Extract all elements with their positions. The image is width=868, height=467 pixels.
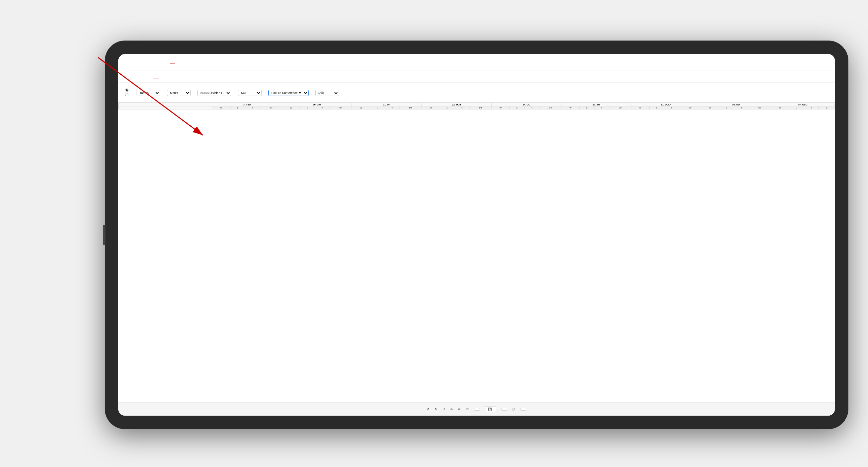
- col-header-ucb: 22. UCB: [422, 103, 492, 106]
- col-header-uu: 54. UU: [701, 103, 771, 106]
- top-nav: [118, 54, 835, 71]
- content-area: 3. ASU 10. UW 11. UA 22. UCB 24. UO: [118, 103, 835, 416]
- osu-t: T: [804, 106, 819, 109]
- subnav-players[interactable]: [161, 75, 166, 78]
- uu-l: L: [719, 106, 734, 109]
- subnav-summary1[interactable]: [132, 75, 138, 78]
- ua-t: T: [385, 106, 400, 109]
- tablet-device: Top 25 Top 10 Top 50 Men's Women's N: [105, 41, 848, 429]
- su-t: T: [594, 106, 609, 109]
- matrix-table: 3. ASU 10. UW 11. UA 22. UCB 24. UO: [118, 103, 835, 109]
- subnav-matrix2[interactable]: [196, 75, 201, 78]
- uo-t: T: [525, 106, 539, 109]
- uo-w: W: [491, 106, 510, 109]
- redo-btn[interactable]: ↻: [435, 408, 437, 411]
- uw-w: W: [282, 106, 300, 109]
- max-teams-filter: Top 25 Top 10 Top 50: [137, 89, 160, 96]
- matrix-container[interactable]: 3. ASU 10. UW 11. UA 22. UCB 24. UO: [118, 103, 835, 402]
- sub-nav: [118, 71, 835, 82]
- full-view-option[interactable]: [125, 89, 130, 92]
- asu-dif: Dif: [260, 106, 282, 109]
- view-toggle: [125, 89, 130, 96]
- team-filter: (All): [315, 89, 339, 96]
- ucla-dif: Dif: [679, 106, 701, 109]
- conference-select[interactable]: Pac-12 Conference ▼ (All) ACC Big Ten: [268, 90, 309, 96]
- subnav-h2hheatmap1[interactable]: [146, 75, 152, 78]
- watch-btn[interactable]: [501, 408, 507, 411]
- ua-w: W: [352, 106, 370, 109]
- ucla-l: L: [649, 106, 664, 109]
- division-select[interactable]: NCAA Division I NCAA Division II NCAA Di…: [197, 90, 231, 96]
- ucla-w: W: [631, 106, 650, 109]
- zoom-out-btn[interactable]: ⊖: [450, 408, 453, 411]
- save-custom-btn[interactable]: 💾: [485, 406, 496, 412]
- gender-filter: Men's Women's: [167, 89, 191, 96]
- share-btn[interactable]: [520, 408, 526, 411]
- uu-t: T: [734, 106, 749, 109]
- view-original-btn[interactable]: [474, 408, 480, 411]
- osu-l: L: [789, 106, 804, 109]
- subnav-detail[interactable]: [175, 75, 180, 78]
- filters-area: Top 25 Top 10 Top 50 Men's Women's N: [118, 82, 835, 103]
- conference-filter: Pac-12 Conference ▼ (All) ACC Big Ten: [268, 89, 309, 96]
- bottom-toolbar: ↺ ↻ ↺ ⊖ ⊕ ⏱ 💾 ⬡: [118, 402, 835, 416]
- region-select[interactable]: N/A East West: [238, 90, 262, 96]
- nav-teams[interactable]: [154, 61, 160, 64]
- subnav-h2hgrid1[interactable]: [139, 75, 145, 78]
- subnav-h2hheatmap2[interactable]: [189, 75, 194, 78]
- col-header-asu: 3. ASU: [212, 103, 282, 106]
- uu-w: W: [701, 106, 719, 109]
- team-select[interactable]: (All): [315, 90, 339, 96]
- uw-l: L: [300, 106, 315, 109]
- asu-w: W: [212, 106, 231, 109]
- ucb-dif: Dif: [469, 106, 492, 109]
- uu-dif: Dif: [749, 106, 771, 109]
- undo-btn[interactable]: ↺: [427, 408, 430, 411]
- ucb-t: T: [455, 106, 469, 109]
- subnav-summary2[interactable]: [168, 75, 173, 78]
- subnav-teams[interactable]: [125, 75, 130, 78]
- ucla-t: T: [664, 106, 679, 109]
- ucb-w: W: [422, 106, 440, 109]
- subnav-h2hgrid2[interactable]: [182, 75, 187, 78]
- full-view-radio[interactable]: [125, 89, 128, 92]
- compact-view-option[interactable]: [125, 93, 130, 96]
- max-teams-select[interactable]: Top 25 Top 10 Top 50: [137, 90, 160, 96]
- su-w: W: [561, 106, 580, 109]
- corner-cell: [119, 103, 212, 106]
- sub-corner: [119, 106, 212, 109]
- col-header-su: 27. SU: [561, 103, 631, 106]
- division-filter: NCAA Division I NCAA Division II NCAA Di…: [197, 89, 231, 96]
- ua-l: L: [370, 106, 385, 109]
- gender-select[interactable]: Men's Women's: [167, 90, 191, 96]
- su-dif: Dif: [609, 106, 631, 109]
- asu-l: L: [230, 106, 245, 109]
- tablet-side-button: [103, 225, 105, 245]
- ua-dif: Dif: [400, 106, 422, 109]
- region-filter: N/A East West: [238, 89, 262, 96]
- zoom-in-btn[interactable]: ⊕: [458, 408, 461, 411]
- asu-t: T: [245, 106, 260, 109]
- col-header-osu: 57. OSU: [771, 103, 835, 106]
- su-l: L: [580, 106, 595, 109]
- tablet-screen: Top 25 Top 10 Top 50 Men's Women's N: [118, 54, 835, 416]
- col-header-ucla: 31. UCLA: [631, 103, 701, 106]
- osu-d: D: [819, 106, 835, 109]
- subnav-matrix1[interactable]: [153, 75, 159, 78]
- nav-tournaments[interactable]: [139, 61, 144, 64]
- nav-rankings[interactable]: [185, 61, 191, 64]
- osu-w: W: [771, 106, 789, 109]
- uw-t: T: [315, 106, 330, 109]
- ucb-l: L: [440, 106, 455, 109]
- col-header-uw: 10. UW: [282, 103, 352, 106]
- share-icon[interactable]: ⬡: [512, 408, 515, 411]
- timer-btn[interactable]: ⏱: [466, 408, 469, 411]
- uw-dif: Dif: [330, 106, 352, 109]
- nav-committee[interactable]: [170, 61, 175, 64]
- col-header-uo: 24. UO: [491, 103, 561, 106]
- compact-view-radio[interactable]: [125, 93, 128, 96]
- uo-dif: Dif: [539, 106, 561, 109]
- reset-btn[interactable]: ↺: [442, 408, 445, 411]
- uo-l: L: [510, 106, 525, 109]
- col-header-ua: 11. UA: [352, 103, 422, 106]
